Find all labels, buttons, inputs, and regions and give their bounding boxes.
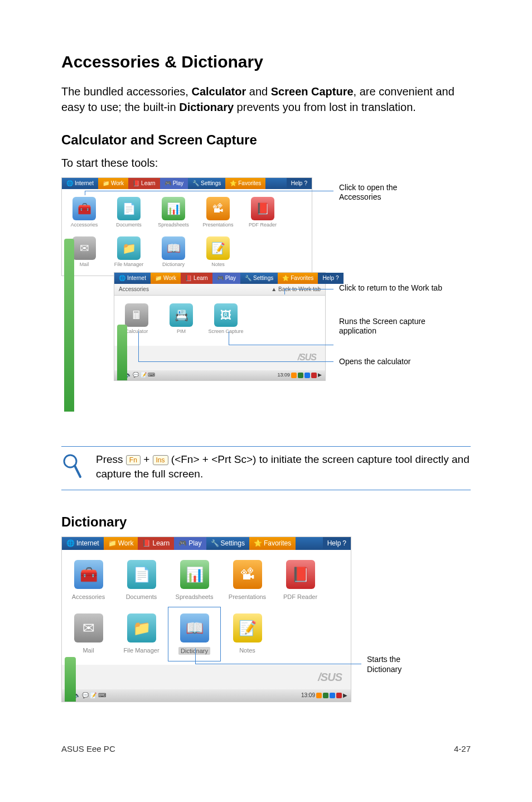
tray-clock: 13:09 [277,371,290,379]
icon-label: PDF Reader [283,593,317,600]
tab-favorites[interactable]: ⭐ Favorites [225,178,265,189]
section-heading-calculator: Calculator and Screen Capture [61,131,471,149]
breadcrumb: Accessories ▲ Back to Work tab [114,284,325,296]
app-accessories[interactable]: 🧰Accessories [62,192,107,233]
green-arrow-indicator [65,657,76,702]
dictionary-icon: 📖 [162,236,185,260]
app-dictionary[interactable]: 📖Dictionary [151,232,196,272]
breadcrumb-back-link[interactable]: ▲ Back to Work tab [271,286,321,293]
app-spreadsheets[interactable]: 📊Spreadsheets [151,192,196,233]
tray-expand-icon[interactable]: ▶ [343,692,347,699]
tab-learn[interactable]: 📕 Learn [128,178,160,189]
app-documents[interactable]: 📄Documents [115,553,168,607]
tray-dot-icon [298,373,303,378]
tab-label: Favorites [238,180,261,187]
section-sub: To start these tools: [61,155,471,171]
tab-label: Settings [253,274,273,282]
app-pdf-reader[interactable]: 📕PDF Reader [274,553,327,607]
icon-label: Mail [83,647,94,654]
app-screen-capture[interactable]: 🖼Screen Capture [204,299,248,342]
calculator-icon: 🖩 [125,303,148,327]
app-file-manager[interactable]: 📁File Manager [115,607,168,661]
app-file-manager[interactable]: 📁File Manager [107,232,151,272]
tab-internet[interactable]: 🌐 Internet [62,537,104,550]
leader-line [229,331,229,345]
brand-area: /SUS [114,346,325,370]
icon-label: PIM [177,329,186,335]
page-footer: ASUS Eee PC 4-27 [61,743,471,755]
tab-label: Learn [194,274,208,282]
intro-text: prevents you from lost in translation. [234,101,416,113]
tray-expand-icon[interactable]: ▶ [318,371,322,379]
app-presentations[interactable]: 📽Presentations [196,192,240,233]
tray-dot-icon [330,693,335,698]
tab-help[interactable]: Help ? [287,178,312,189]
tab-settings[interactable]: 🔧 Settings [188,178,225,189]
footer-right: 4-27 [454,743,471,755]
icon-label: File Manager [114,262,144,268]
tab-label: Work [111,180,124,187]
icon-grid: 🖩Calculator 📇PIM 🖼Screen Capture [114,296,325,346]
tab-play[interactable]: 🎮 Play [212,273,240,284]
leader-line [138,361,333,362]
tab-settings[interactable]: 🔧 Settings [240,273,278,284]
taskbar: 📶 🔈 💬 📝 ⌨ 13:09 ▶ [62,689,351,702]
tab-help[interactable]: Help ? [318,273,343,284]
tab-internet[interactable]: 🌐 Internet [114,273,151,284]
app-mail[interactable]: ✉Mail [62,607,115,661]
leader-line [138,331,139,361]
tab-label: Learn [152,539,170,548]
tab-favorites[interactable]: ⭐ Favorites [278,273,318,284]
tab-help[interactable]: Help ? [323,537,351,550]
icon-label: Presentations [229,593,266,600]
intro-text: The bundled accessories, [61,85,191,98]
tab-label: Help [291,180,303,187]
tab-bar: 🌐 Internet 📁 Work 📕 Learn 🎮 Play 🔧 Setti… [62,537,351,550]
note-text: Press Fn + Ins (<Fn> + <Prt Sc>) to init… [96,452,471,482]
leader-line [284,289,333,289]
icon-label: Documents [116,223,142,228]
file-manager-icon: 📁 [127,613,156,642]
app-presentations[interactable]: 📽Presentations [221,553,274,607]
green-arrow-indicator [64,239,74,412]
icon-grid: 🧰Accessories 📄Documents 📊Spreadsheets 📽P… [62,550,351,665]
tab-play[interactable]: 🎮 Play [160,178,188,189]
tab-work[interactable]: 📁 Work [151,273,181,284]
note-span: + [141,453,153,465]
magnifier-icon [61,452,86,484]
tab-internet[interactable]: 🌐 Internet [62,178,98,189]
app-notes[interactable]: 📝Notes [196,232,240,272]
icon-label: Notes [239,647,255,654]
app-notes[interactable]: 📝Notes [221,607,274,661]
app-dictionary[interactable]: 📖Dictionary [168,607,221,661]
tab-learn[interactable]: 📕 Learn [138,537,174,550]
tab-work[interactable]: 📁 Work [98,178,128,189]
brand-logo: /SUS [318,669,342,685]
pim-icon: 📇 [170,303,193,327]
app-pim[interactable]: 📇PIM [159,299,204,342]
tab-label: Play [188,539,201,548]
callout-runs-screen: Runs the Screen capture application [339,317,451,336]
app-pdf-reader[interactable]: 📕PDF Reader [240,192,285,233]
icon-label: Screen Capture [208,329,243,335]
tab-settings[interactable]: 🔧 Settings [206,537,249,550]
tab-play[interactable]: 🎮 Play [174,537,206,550]
app-accessories[interactable]: 🧰Accessories [62,553,115,607]
tab-work[interactable]: 📁 Work [104,537,138,550]
icon-label: Accessories [71,223,98,228]
tray-dot-icon [316,693,322,698]
app-spreadsheets[interactable]: 📊Spreadsheets [168,553,221,607]
figure-dictionary: 🌐 Internet 📁 Work 📕 Learn 🎮 Play 🔧 Setti… [61,537,471,709]
tab-favorites[interactable]: ⭐ Favorites [249,537,296,550]
file-manager-icon: 📁 [117,236,141,260]
callout-open-accessories: Click to open the Accessories [339,183,439,202]
icon-label: Calculator [125,329,148,335]
tab-learn[interactable]: 📕 Learn [181,273,212,284]
tray-dot-icon [336,693,342,698]
leader-line [85,191,333,191]
screenshot-work-tab: 🌐 Internet 📁 Work 📕 Learn 🎮 Play 🔧 Setti… [61,177,312,277]
app-documents[interactable]: 📄Documents [107,192,151,233]
tray-dot-icon [311,373,317,378]
leader-line [85,191,85,195]
tray-dot-icon [291,373,297,378]
